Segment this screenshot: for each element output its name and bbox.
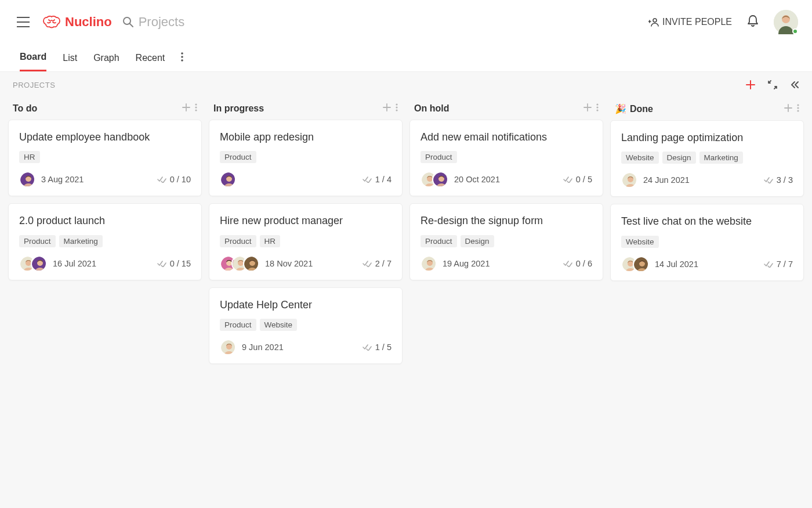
card-avatars xyxy=(420,171,448,188)
checklist-icon xyxy=(764,261,773,268)
header-actions: INVITE PEOPLE xyxy=(648,10,798,34)
card-progress: 0 / 10 xyxy=(157,175,191,184)
column-emoji-icon: 🎉 xyxy=(615,103,626,114)
compact-view-button[interactable] xyxy=(768,80,777,89)
invite-label: INVITE PEOPLE xyxy=(662,17,732,27)
column-todo: To doUpdate employee handbookHR3 Aug 202… xyxy=(8,99,202,371)
hamburger-icon xyxy=(17,17,30,27)
card-avatars xyxy=(220,171,236,188)
brain-icon xyxy=(42,15,61,29)
tag: Website xyxy=(621,236,659,248)
card-progress: 1 / 4 xyxy=(362,175,392,184)
column-inprogress: In progressMobile app redesignProduct1 /… xyxy=(209,99,403,371)
svg-point-28 xyxy=(596,103,598,105)
tabs-more-button[interactable] xyxy=(181,52,183,64)
column-title-text: On hold xyxy=(414,103,449,114)
search-input[interactable] xyxy=(139,15,313,30)
card-avatars xyxy=(420,255,437,272)
card[interactable]: Mobile app redesignProduct1 / 4 xyxy=(209,120,403,196)
card-tags: ProductWebsite xyxy=(220,319,392,331)
progress-text: 0 / 5 xyxy=(576,175,592,184)
board-actions xyxy=(746,80,799,89)
search[interactable] xyxy=(122,15,638,30)
plus-icon xyxy=(746,80,755,89)
column-more-button[interactable] xyxy=(396,103,398,114)
tag: Design xyxy=(662,152,696,164)
tab-list[interactable]: List xyxy=(63,44,77,71)
bell-icon xyxy=(747,15,759,27)
tag: Design xyxy=(461,235,494,247)
card[interactable]: 2.0 product launchProductMarketing16 Jul… xyxy=(8,203,202,280)
board-area: PROJECTS To doUpdate employee handbookHR… xyxy=(0,72,812,508)
plus-icon xyxy=(583,103,592,111)
tag: Product xyxy=(420,151,457,163)
tab-board[interactable]: Board xyxy=(20,44,46,71)
collapse-button[interactable] xyxy=(790,80,799,89)
dots-vertical-icon xyxy=(396,103,398,111)
avatar xyxy=(432,171,448,188)
card-date: 3 Aug 2021 xyxy=(41,175,84,184)
progress-text: 0 / 10 xyxy=(170,175,191,184)
column-add-card-button[interactable] xyxy=(383,103,391,114)
tab-graph[interactable]: Graph xyxy=(93,44,119,71)
svg-point-37 xyxy=(797,104,799,106)
app-logo[interactable]: Nuclino xyxy=(42,15,112,30)
column-add-card-button[interactable] xyxy=(182,103,190,114)
card-avatars xyxy=(19,255,47,272)
tag: Website xyxy=(621,152,659,164)
checklist-icon xyxy=(563,260,572,267)
column-add-card-button[interactable] xyxy=(784,104,792,114)
card-title: Update employee handbook xyxy=(19,131,191,144)
card[interactable]: Hire new product managerProductHR18 Nov … xyxy=(209,203,403,280)
tag: Product xyxy=(220,151,256,163)
column-title: To do xyxy=(13,103,177,114)
card[interactable]: Add new email notificationsProduct20 Oct… xyxy=(409,120,603,196)
column-add-card-button[interactable] xyxy=(583,103,592,114)
tag: Marketing xyxy=(59,235,103,247)
avatar xyxy=(220,171,236,188)
column-more-button[interactable] xyxy=(596,103,599,114)
tag: Website xyxy=(260,319,298,331)
tag: Marketing xyxy=(699,152,743,164)
column-more-button[interactable] xyxy=(195,103,197,114)
presence-indicator xyxy=(792,28,798,34)
column-title: In progress xyxy=(213,103,378,114)
card-footer: 14 Jul 20217 / 7 xyxy=(621,256,793,272)
menu-button[interactable] xyxy=(15,14,31,30)
invite-people-button[interactable]: INVITE PEOPLE xyxy=(648,17,732,27)
dots-vertical-icon xyxy=(181,52,183,62)
notifications-button[interactable] xyxy=(747,15,759,30)
profile-avatar[interactable] xyxy=(774,10,798,34)
card-footer: 9 Jun 20211 / 5 xyxy=(220,339,392,355)
tag: HR xyxy=(19,151,40,163)
card[interactable]: Landing page optimizationWebsiteDesignMa… xyxy=(610,120,804,197)
avatar xyxy=(420,255,437,272)
avatar xyxy=(243,255,259,272)
column-more-button[interactable] xyxy=(797,104,799,114)
add-column-button[interactable] xyxy=(746,80,755,89)
avatar xyxy=(621,172,637,188)
card[interactable]: Test live chat on the websiteWebsite14 J… xyxy=(610,204,804,280)
tab-recent[interactable]: Recent xyxy=(136,44,165,71)
card-date: 16 Jul 2021 xyxy=(53,259,96,268)
column-header: To do xyxy=(8,99,202,120)
column-title-text: In progress xyxy=(213,103,264,114)
tag: HR xyxy=(260,235,281,247)
card[interactable]: Update Help CenterProductWebsite9 Jun 20… xyxy=(209,287,403,364)
svg-point-7 xyxy=(195,106,197,108)
checklist-icon xyxy=(362,344,372,351)
card[interactable]: Update employee handbookHR3 Aug 20210 / … xyxy=(8,120,202,196)
progress-text: 1 / 5 xyxy=(375,343,392,352)
card-date: 18 Nov 2021 xyxy=(265,259,313,268)
card-date: 19 Aug 2021 xyxy=(443,259,490,268)
svg-point-6 xyxy=(195,103,197,105)
card-progress: 3 / 3 xyxy=(764,175,793,185)
card-date: 20 Oct 2021 xyxy=(454,175,500,184)
column-title: On hold xyxy=(414,103,579,114)
column-title: 🎉Done xyxy=(615,103,780,114)
card-title: Update Help Center xyxy=(220,298,392,312)
plus-icon xyxy=(182,103,190,111)
plus-icon xyxy=(784,104,792,112)
card[interactable]: Re-design the signup formProductDesign19… xyxy=(409,203,603,280)
avatar xyxy=(19,171,35,188)
